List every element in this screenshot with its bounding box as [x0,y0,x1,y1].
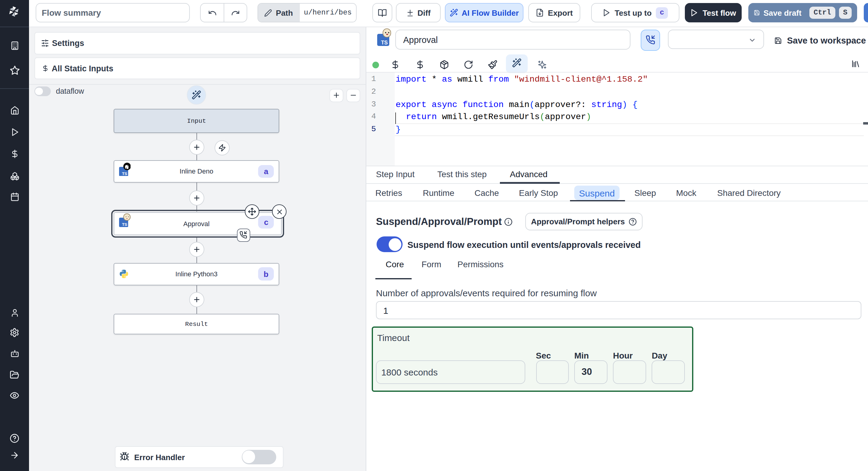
svg-text:TS: TS [381,39,388,45]
